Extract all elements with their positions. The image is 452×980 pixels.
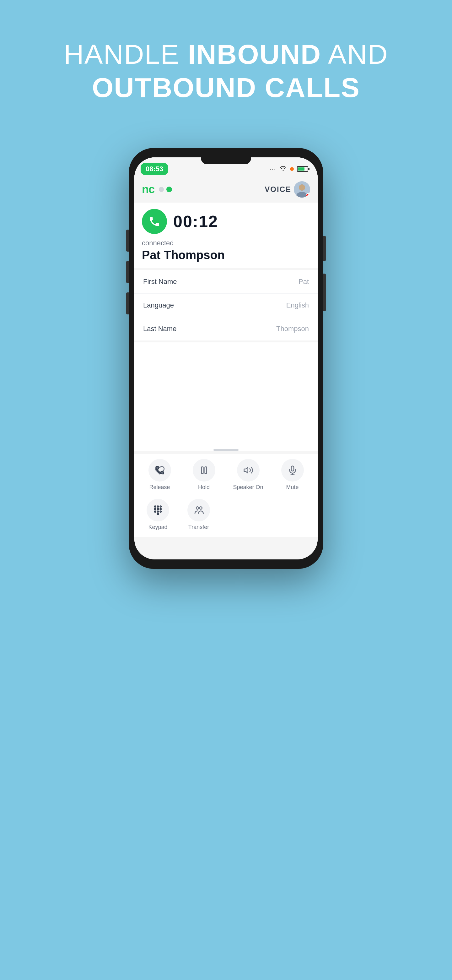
hold-button[interactable]: Hold — [187, 459, 221, 491]
keypad-label: Keypad — [148, 524, 167, 531]
action-row-1: Release Hold — [134, 454, 318, 496]
svg-rect-11 — [154, 506, 156, 507]
field-firstname-label: First Name — [143, 278, 177, 286]
speaker-label: Speaker On — [233, 484, 263, 491]
logo-area: nc — [142, 183, 172, 196]
microphone-icon — [287, 465, 298, 475]
pause-icon — [199, 465, 209, 475]
svg-rect-12 — [157, 506, 159, 507]
wifi-icon — [279, 165, 287, 172]
battery-fill — [298, 167, 305, 170]
voice-label: VOICE — [265, 185, 291, 194]
call-top: 00:12 — [142, 209, 310, 234]
release-label: Release — [149, 484, 170, 491]
notch — [201, 158, 251, 164]
svg-rect-6 — [205, 467, 206, 474]
call-icon-circle — [142, 209, 167, 234]
divider-container — [134, 437, 318, 451]
signal-dots: ··· — [270, 166, 276, 172]
field-lastname-label: Last Name — [143, 325, 176, 333]
transfer-icon — [193, 505, 204, 515]
svg-point-21 — [196, 507, 199, 509]
phone-mockup: 08:53 ··· — [129, 148, 323, 569]
release-button[interactable]: Release — [143, 459, 177, 491]
svg-rect-18 — [157, 511, 159, 512]
mute-label: Mute — [286, 484, 298, 491]
app-header: nc VOICE — [134, 178, 318, 201]
dot-gray — [159, 187, 164, 192]
empty-space — [134, 342, 318, 437]
speaker-icon — [243, 465, 253, 475]
call-timer: 00:12 — [173, 212, 218, 231]
headline: HANDLE INBOUND AND OUTBOUND CALLS — [64, 38, 388, 104]
speaker-button[interactable]: Speaker On — [231, 459, 266, 491]
svg-rect-19 — [160, 511, 161, 512]
svg-rect-17 — [154, 511, 156, 512]
field-firstname: First Name Pat — [134, 270, 318, 294]
info-fields: First Name Pat Language English Last Nam… — [134, 270, 318, 340]
svg-point-3 — [299, 185, 305, 191]
speaker-icon-wrap — [237, 459, 260, 482]
recording-dot — [306, 193, 310, 197]
svg-rect-13 — [160, 506, 161, 507]
hold-label: Hold — [198, 484, 210, 491]
svg-point-22 — [200, 507, 202, 509]
field-lastname: Last Name Thompson — [134, 317, 318, 340]
svg-rect-14 — [154, 509, 156, 510]
mute-button[interactable]: Mute — [275, 459, 310, 491]
keypad-button[interactable]: Keypad — [141, 499, 175, 531]
keypad-icon — [153, 505, 163, 515]
avatar — [294, 181, 310, 197]
vol-down-button — [126, 261, 129, 283]
svg-marker-7 — [244, 468, 247, 473]
transfer-label: Transfer — [188, 524, 209, 531]
battery-icon — [297, 166, 308, 172]
mute-icon-wrap — [281, 459, 304, 482]
phone-screen: 08:53 ··· — [134, 158, 318, 559]
vol-up-button — [126, 230, 129, 251]
release-icon-wrap — [149, 459, 171, 482]
app-logo: nc — [142, 183, 154, 196]
action-row-2: Keypad Transfer — [134, 496, 318, 537]
field-language-label: Language — [143, 301, 174, 309]
phone-hangup-icon — [155, 465, 165, 475]
svg-rect-8 — [291, 466, 294, 471]
dot-green — [167, 186, 172, 192]
call-section: 00:12 connected Pat Thompson — [134, 203, 318, 268]
status-dots — [159, 186, 172, 192]
time-display: 08:53 — [141, 163, 168, 175]
svg-rect-15 — [157, 509, 159, 510]
svg-rect-20 — [157, 514, 159, 515]
status-icons: ··· — [270, 165, 308, 172]
field-firstname-value: Pat — [298, 278, 309, 286]
divider-bar — [213, 449, 239, 451]
field-language: Language English — [134, 294, 318, 317]
hold-icon-wrap — [193, 459, 215, 482]
keypad-icon-wrap — [147, 499, 169, 522]
orange-dot — [290, 167, 294, 171]
vol-mute-button — [126, 293, 129, 314]
transfer-icon-wrap — [187, 499, 210, 522]
field-lastname-value: Thompson — [276, 325, 309, 333]
svg-rect-5 — [201, 467, 203, 474]
call-name: Pat Thompson — [142, 248, 310, 262]
svg-rect-16 — [160, 509, 161, 510]
transfer-button[interactable]: Transfer — [181, 499, 216, 531]
field-language-value: English — [286, 301, 309, 309]
voice-area: VOICE — [265, 181, 310, 197]
call-status: connected — [142, 239, 310, 247]
